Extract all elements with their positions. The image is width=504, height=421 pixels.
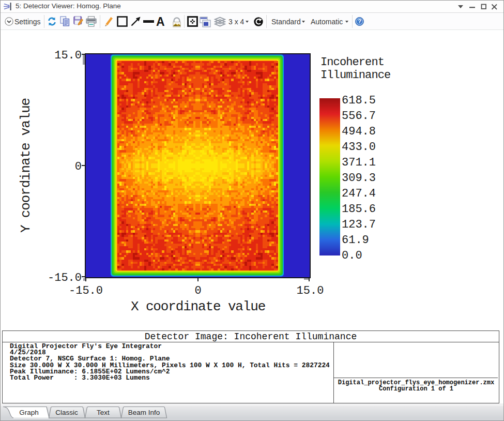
svg-text:Beam Info: Beam Info [128,409,160,416]
svg-text:Classic: Classic [55,409,78,416]
svg-text:?: ? [358,18,361,24]
svg-text:Text: Text [97,409,110,416]
svg-text:Graph: Graph [19,409,39,416]
